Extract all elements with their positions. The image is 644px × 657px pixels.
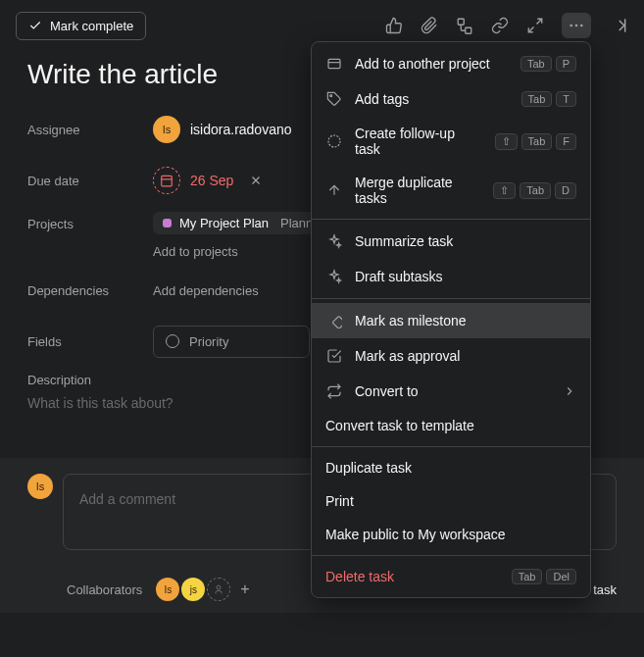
add-dependencies-button[interactable]: Add dependencies — [153, 283, 259, 298]
fields-label: Fields — [27, 334, 153, 349]
collaborator-avatar[interactable]: Is — [156, 578, 179, 601]
add-to-projects-button[interactable]: Add to projects — [153, 244, 322, 259]
fullscreen-icon[interactable] — [526, 17, 544, 34]
followup-icon — [325, 132, 343, 150]
menu-mark-milestone[interactable]: Mark as milestone — [312, 303, 590, 338]
menu-duplicate[interactable]: Duplicate task — [312, 451, 590, 484]
project-icon — [325, 55, 343, 73]
menu-mark-approval[interactable]: Mark as approval — [312, 338, 590, 374]
link-icon[interactable] — [491, 17, 509, 34]
project-pill[interactable]: My Project Plan Plann — [153, 212, 322, 234]
menu-convert-to[interactable]: Convert to — [312, 374, 590, 409]
svg-point-5 — [575, 25, 578, 27]
assignee-name: isidora.radovano — [190, 122, 292, 137]
project-name: My Project Plan — [179, 216, 269, 230]
merge-icon — [325, 181, 343, 199]
collaborator-avatar[interactable]: js — [181, 578, 205, 601]
mark-complete-label: Mark complete — [50, 19, 133, 33]
svg-point-12 — [217, 585, 221, 589]
dependencies-label: Dependencies — [27, 283, 153, 298]
assignee-label: Assignee — [27, 123, 153, 137]
due-date-text: 26 Sep — [190, 173, 233, 188]
chevron-right-icon — [563, 384, 576, 398]
menu-summarize[interactable]: Summarize task — [312, 224, 590, 259]
menu-divider — [312, 555, 590, 556]
clear-date-icon[interactable] — [249, 174, 263, 187]
menu-merge-duplicate[interactable]: Merge duplicate tasks ⇧ Tab D — [312, 166, 590, 215]
attachment-icon[interactable] — [421, 17, 438, 34]
projects-label: Projects — [27, 212, 153, 231]
more-actions-menu: Add to another project Tab P Add tags Ta… — [311, 41, 591, 598]
priority-field[interactable]: Priority — [153, 326, 310, 358]
sparkle-icon — [325, 268, 343, 285]
add-collaborator-button[interactable]: + — [240, 581, 249, 598]
collaborators-label: Collaborators — [67, 582, 142, 597]
comment-placeholder: Add a comment — [79, 491, 175, 507]
assignee-value[interactable]: Is isidora.radovano — [153, 116, 292, 143]
menu-delete[interactable]: Delete task Tab Del — [312, 560, 590, 593]
svg-point-15 — [330, 95, 332, 97]
check-icon — [28, 19, 42, 32]
tag-icon — [325, 90, 343, 108]
menu-convert-template[interactable]: Convert task to template — [312, 409, 590, 442]
svg-rect-13 — [328, 59, 340, 68]
menu-print[interactable]: Print — [312, 484, 590, 518]
svg-point-6 — [580, 25, 583, 27]
menu-add-tags[interactable]: Add tags Tab T — [312, 81, 590, 117]
due-date-label: Due date — [27, 174, 153, 188]
menu-create-followup[interactable]: Create follow-up task ⇧ Tab F — [312, 117, 590, 166]
menu-divider — [312, 298, 590, 299]
subtask-icon[interactable] — [456, 17, 473, 34]
project-color-dot — [163, 219, 172, 227]
approval-icon — [325, 347, 343, 365]
svg-rect-1 — [466, 27, 471, 33]
close-panel-icon[interactable] — [609, 16, 628, 35]
more-icon[interactable] — [562, 13, 591, 38]
svg-line-2 — [537, 19, 542, 24]
svg-point-16 — [328, 135, 340, 147]
mark-complete-button[interactable]: Mark complete — [16, 12, 146, 40]
menu-divider — [312, 219, 590, 220]
menu-make-public[interactable]: Make public to My workspace — [312, 518, 590, 551]
svg-rect-0 — [458, 19, 464, 25]
project-section: Plann — [280, 216, 313, 230]
commenter-avatar: Is — [27, 474, 53, 499]
calendar-icon — [153, 167, 180, 194]
menu-add-to-project[interactable]: Add to another project Tab P — [312, 46, 590, 81]
add-collaborator-avatar[interactable] — [207, 578, 230, 601]
menu-divider — [312, 446, 590, 447]
svg-rect-17 — [332, 316, 342, 328]
due-date-value[interactable]: 26 Sep — [153, 167, 263, 194]
like-icon[interactable] — [385, 17, 403, 34]
priority-circle-icon — [166, 334, 179, 348]
priority-label: Priority — [189, 334, 228, 349]
sparkle-icon — [325, 232, 343, 250]
svg-point-4 — [570, 25, 572, 27]
svg-line-3 — [528, 27, 533, 32]
svg-rect-8 — [162, 176, 173, 186]
menu-draft-subtasks[interactable]: Draft subtasks — [312, 259, 590, 294]
convert-icon — [325, 382, 343, 400]
milestone-icon — [325, 312, 343, 329]
assignee-avatar: Is — [153, 116, 180, 143]
